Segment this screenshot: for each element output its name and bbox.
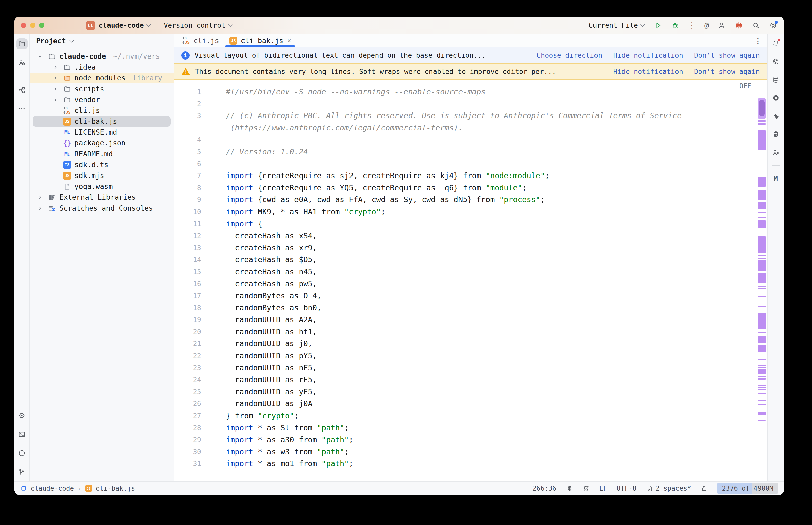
tree-item-cli-js[interactable]: 100JScli.js: [30, 105, 174, 116]
tree-item-scratches-and-consoles[interactable]: Scratches and Consoles: [30, 203, 174, 214]
more-tool-windows-icon[interactable]: [16, 103, 28, 114]
code-line-18[interactable]: 18 randomBytes as bn0,: [174, 302, 767, 314]
code-line-27[interactable]: 27} from "crypto";: [174, 410, 767, 422]
chevron-right-icon[interactable]: [51, 75, 60, 81]
tree-item-license-md[interactable]: M↓LICENSE.md: [30, 127, 174, 138]
code-line-16[interactable]: 16 createHash as pw5,: [174, 278, 767, 290]
git-tool-window-button[interactable]: [16, 466, 28, 477]
ai-assistant-icon[interactable]: [770, 56, 781, 67]
code-line-2[interactable]: 2: [174, 98, 767, 110]
x-plugin-icon[interactable]: [770, 92, 781, 103]
ai-questions-icon[interactable]: [16, 57, 28, 68]
chevron-right-icon[interactable]: [35, 205, 45, 211]
version-control-menu[interactable]: Version control: [164, 21, 231, 29]
add-user-icon[interactable]: [718, 21, 726, 30]
code-line-26[interactable]: 26 randomUUID as j0A: [174, 397, 767, 410]
code-line-24[interactable]: 24 randomUUID as rF5,: [174, 374, 767, 386]
search-everywhere-icon[interactable]: [752, 21, 760, 30]
tree-item-readme-md[interactable]: M↓README.md: [30, 149, 174, 159]
banner-link-don-t-show-again[interactable]: Don't show again: [694, 68, 760, 75]
code-line-9[interactable]: 9import {cwd as e0A, cwd as FfA, cwd as …: [174, 194, 767, 206]
indent-widget[interactable]: 2 spaces*: [646, 485, 691, 492]
tree-item-cli-bak-js[interactable]: JScli-bak.js: [30, 116, 174, 127]
code-line-29[interactable]: 29import * as a30 from "path";: [174, 434, 767, 446]
code-line-14[interactable]: 14 createHash as $D5,: [174, 254, 767, 266]
tree-item-node-modules[interactable]: node_moduleslibrary: [30, 73, 174, 84]
m-plugin-icon[interactable]: M: [770, 173, 781, 184]
code-line-8[interactable]: 8import {createRequire as YQ5, createReq…: [174, 182, 767, 194]
memory-indicator[interactable]: 2376 of 4900M: [718, 483, 778, 494]
code-line-3[interactable]: 3// (c) Anthropic PBC. All rights reserv…: [174, 110, 767, 122]
plugin-pieces-icon[interactable]: [770, 110, 781, 122]
file-lock-icon[interactable]: [701, 485, 708, 492]
code-line-17[interactable]: 17 randomBytes as O_4,: [174, 290, 767, 302]
tree-item-scripts[interactable]: scripts: [30, 84, 174, 94]
code-line-6[interactable]: 6: [174, 158, 767, 170]
tab-options-icon[interactable]: ⋮: [754, 36, 762, 45]
code-line-23[interactable]: 23 randomUUID as nF5,: [174, 362, 767, 374]
tab-cli-bak-js[interactable]: JScli-bak.js×: [224, 34, 296, 47]
code-line-28[interactable]: 28import * as Sl from "path";: [174, 422, 767, 434]
code-line-30[interactable]: 30import * as w3 from "path";: [174, 446, 767, 458]
project-panel-header[interactable]: Project: [30, 34, 174, 47]
code-line-15[interactable]: 15 createHash as n45,: [174, 266, 767, 278]
structure-tool-window-button[interactable]: [16, 85, 28, 95]
tree-item-vendor[interactable]: vendor: [30, 94, 174, 105]
code-line-19[interactable]: 19 randomUUID as A2A,: [174, 314, 767, 326]
banner-link-don-t-show-again[interactable]: Don't show again: [694, 51, 760, 59]
problems-tool-window-button[interactable]: [16, 448, 28, 459]
banner-link-hide-notification[interactable]: Hide notification: [614, 68, 683, 75]
tree-item--idea[interactable]: .idea: [30, 62, 174, 73]
zoom-window-button[interactable]: [39, 23, 44, 28]
code-line-20[interactable]: 20 randomUUID as ht1,: [174, 326, 767, 338]
code-line-11[interactable]: 11import {: [174, 218, 767, 230]
chevron-right-icon[interactable]: [51, 64, 60, 70]
inline-completion-off-indicator[interactable]: OFF: [739, 82, 751, 90]
breadcrumb-file[interactable]: cli-bak.js: [95, 485, 135, 492]
close-window-button[interactable]: [21, 23, 26, 28]
tree-item-sdk-d-ts[interactable]: TSsdk.d.ts: [30, 159, 174, 170]
code-line-22[interactable]: 22 randomUUID as pY5,: [174, 350, 767, 362]
tree-item-sdk-mjs[interactable]: JSsdk.mjs: [30, 170, 174, 181]
code-line-7[interactable]: 7import {createRequire as sj2, createReq…: [174, 170, 767, 182]
close-tab-icon[interactable]: ×: [287, 37, 292, 44]
terminal-tool-window-button[interactable]: [16, 429, 28, 440]
chevron-right-icon[interactable]: [51, 86, 60, 92]
mention-icon[interactable]: @: [704, 21, 709, 30]
tree-item-external-libraries[interactable]: External Libraries: [30, 192, 174, 203]
run-configuration-selector[interactable]: Current File: [589, 21, 644, 29]
notifications-bell-icon[interactable]: [770, 38, 781, 49]
settings-gear-icon[interactable]: [769, 21, 778, 30]
caret-position-widget[interactable]: 266:36: [533, 485, 556, 492]
code-editor[interactable]: 1#!/usr/bin/env -S node --no-warnings --…: [174, 80, 767, 481]
code-line-5[interactable]: 5// Version: 1.0.24: [174, 146, 767, 158]
code-line-31[interactable]: 31import * as mo1 from "path";: [174, 458, 767, 470]
copilot-icon[interactable]: [770, 129, 781, 140]
chevron-down-icon[interactable]: [35, 54, 45, 60]
database-icon[interactable]: [770, 74, 781, 85]
code-line-10[interactable]: 10import MK9, * as HA1 from "crypto";: [174, 206, 767, 218]
debug-button[interactable]: [671, 21, 680, 30]
code-line-13[interactable]: 13 createHash as xr9,: [174, 242, 767, 254]
minimize-window-button[interactable]: [30, 23, 35, 28]
line-separator-widget[interactable]: LF: [599, 485, 607, 492]
scrollbar-thumb[interactable]: [759, 100, 765, 117]
run-button[interactable]: [654, 21, 662, 30]
tree-item-claude-code[interactable]: claude-code~/.nvm/vers: [30, 51, 174, 62]
claude-asterisk-icon[interactable]: [735, 21, 743, 30]
encoding-widget[interactable]: UTF-8: [617, 485, 636, 492]
tab-cli-js[interactable]: 100JScli.js: [177, 34, 224, 47]
code-line-wrap[interactable]: (https://www.anthropic.com/legal/commerc…: [174, 122, 767, 134]
code-with-me-icon[interactable]: [770, 147, 781, 158]
banner-link-choose-direction[interactable]: Choose direction: [536, 51, 602, 59]
tree-item-yoga-wasm[interactable]: yoga.wasm: [30, 181, 174, 192]
copilot-status-icon[interactable]: [566, 485, 573, 492]
code-line-1[interactable]: 1#!/usr/bin/env -S node --no-warnings --…: [174, 86, 767, 98]
code-line-21[interactable]: 21 randomUUID as j0,: [174, 338, 767, 350]
banner-link-hide-notification[interactable]: Hide notification: [614, 51, 683, 59]
more-actions-icon[interactable]: ⋮: [688, 21, 696, 30]
chevron-right-icon[interactable]: [35, 194, 45, 200]
tree-item-package-json[interactable]: {}package.json: [30, 138, 174, 149]
editor-scrollbar[interactable]: [757, 80, 767, 481]
code-line-25[interactable]: 25 randomUUID as yE5,: [174, 386, 767, 398]
